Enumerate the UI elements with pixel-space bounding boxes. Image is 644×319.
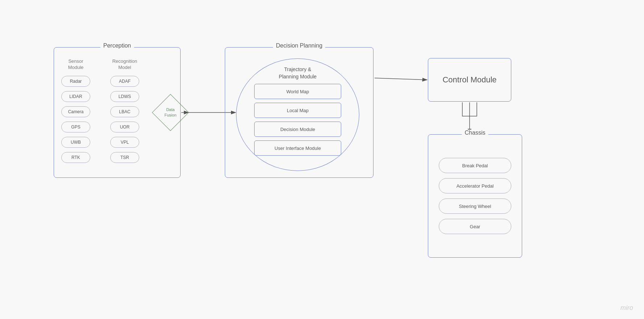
recognition-adaf: ADAF — [110, 76, 139, 87]
module-user-interface: User Interface Module — [254, 140, 341, 156]
chassis-steering-wheel: Steering Wheel — [439, 199, 511, 214]
recognition-lbac: LBAC — [110, 106, 139, 117]
chassis-accelerator-pedal: Accelerator Pedal — [439, 178, 511, 193]
recognition-uor: UOR — [110, 122, 139, 132]
chassis-break-pedal: Break Pedal — [439, 158, 511, 173]
recognition-tsr: TSR — [110, 152, 139, 163]
sensor-camera: Camera — [61, 106, 90, 117]
sensor-module-column: SensorModule Radar LIDAR Camera GPS UWB … — [61, 58, 90, 167]
module-local-map: Local Map — [254, 103, 341, 118]
recognition-model-column: RecognitionModel ADAF LDWS LBAC UOR VPL … — [110, 58, 139, 167]
data-fusion-label: DataFusion — [164, 107, 176, 118]
data-fusion-diamond: DataFusion — [156, 98, 185, 127]
control-module-title: Control Module — [442, 75, 496, 85]
sensor-radar: Radar — [61, 76, 90, 87]
sensor-module-label: SensorModule — [61, 58, 90, 71]
chassis-title: Chassis — [462, 130, 488, 136]
miro-watermark: miro — [620, 304, 633, 312]
sensor-lidar: LIDAR — [61, 91, 90, 102]
recognition-model-label: RecognitionModel — [110, 58, 139, 71]
module-decision-module: Decision Module — [254, 122, 341, 137]
trajectory-circle: Trajectory &Planning Module World Map Lo… — [236, 58, 359, 171]
decision-planning-title: Decision Planning — [273, 42, 325, 49]
recognition-vpl: VPL — [110, 137, 139, 148]
trajectory-title: Trajectory &Planning Module — [279, 66, 317, 80]
chassis-items: Break Pedal Accelerator Pedal Steering W… — [428, 135, 522, 257]
control-module-box: Control Module — [428, 58, 511, 102]
sensor-gps: GPS — [61, 122, 90, 132]
decision-planning-box: Decision Planning Trajectory &Planning M… — [225, 47, 373, 178]
recognition-ldws: LDWS — [110, 91, 139, 102]
module-world-map: World Map — [254, 84, 341, 99]
svg-line-3 — [375, 78, 427, 80]
sensor-rtk: RTK — [61, 152, 90, 163]
sensor-uwb: UWB — [61, 137, 90, 148]
perception-title: Perception — [100, 42, 134, 49]
chassis-gear: Gear — [439, 219, 511, 234]
chassis-box: Chassis Break Pedal Accelerator Pedal St… — [428, 134, 522, 258]
